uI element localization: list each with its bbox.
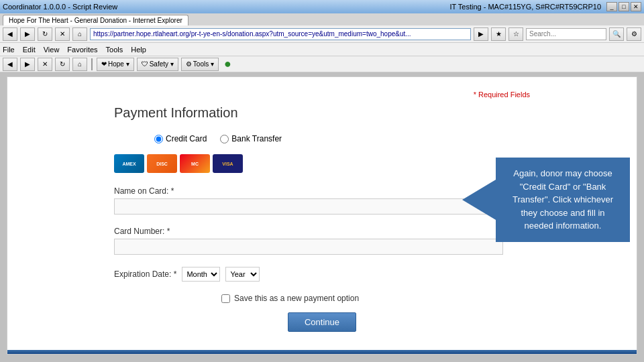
bank-transfer-option[interactable]: Bank Transfer: [220, 134, 282, 143]
tools-button[interactable]: ⚙: [627, 27, 641, 41]
hope-label: Hope ▾: [108, 60, 129, 68]
visa-logo: VISA: [213, 154, 243, 173]
title-bar-subtitle: IT Testing - MAC#115YG, S#RC#RT59CRP10: [302, 3, 601, 11]
toolbar-bar: ◀ ▶ ✕ ↻ ⌂ ❤ Hope ▾ 🛡 Safety ▾ ⚙ Tools ▾ …: [0, 56, 644, 72]
menu-tools[interactable]: Tools: [106, 46, 123, 54]
bottom-status-bar: [7, 350, 637, 354]
name-on-card-input[interactable]: [114, 198, 503, 215]
required-fields-note: * Required Fields: [114, 90, 530, 99]
toolbar-safety[interactable]: 🛡 Safety ▾: [137, 58, 178, 71]
toolbar-hope[interactable]: ❤ Hope ▾: [97, 58, 134, 71]
menu-bar: File Edit View Favorites Tools Help: [0, 43, 644, 56]
hope-icon: ❤: [101, 60, 107, 68]
tools-label: Tools ▾: [193, 60, 214, 68]
form-title: Payment Information: [114, 105, 530, 121]
toolbar-fwd[interactable]: ▶: [20, 58, 35, 71]
search-input[interactable]: [526, 28, 606, 40]
tooltip-text: Again, donor may choose "Credit Card" or…: [513, 168, 613, 231]
toolbar-home[interactable]: ⌂: [72, 58, 87, 71]
close-button[interactable]: ✕: [631, 2, 641, 11]
expiry-label: Expiration Date: *: [114, 269, 176, 279]
stop-button[interactable]: ✕: [55, 27, 70, 41]
maximize-button[interactable]: □: [619, 2, 629, 11]
page-content-area: * Required Fields Payment Information Cr…: [7, 76, 637, 355]
continue-button[interactable]: Continue: [288, 312, 356, 332]
home-button[interactable]: ⌂: [72, 27, 87, 41]
save-payment-label: Save this as a new payment option: [234, 294, 359, 303]
menu-edit[interactable]: Edit: [23, 46, 36, 54]
expiration-group: Expiration Date: * Month 01 02 03 04 05 …: [114, 267, 530, 282]
nav-bar: ◀ ▶ ↻ ✕ ⌂ ▶ ★ ☆ 🔍 ⚙: [0, 25, 644, 43]
active-tab[interactable]: Hope For The Heart - General Donation - …: [3, 15, 189, 25]
credit-card-option[interactable]: Credit Card: [154, 134, 207, 143]
tooltip-callout: Again, donor may choose "Credit Card" or…: [462, 158, 630, 242]
toolbar-back[interactable]: ◀: [3, 58, 17, 71]
toolbar-separator: [91, 58, 93, 70]
payment-methods-group: Credit Card Bank Transfer: [154, 134, 530, 143]
menu-help[interactable]: Help: [131, 46, 146, 54]
address-bar[interactable]: [90, 28, 471, 40]
add-favorites-button[interactable]: ☆: [508, 27, 523, 41]
safety-icon: 🛡: [142, 60, 148, 68]
browser-window: Coordinator 1.0.0.0 - Script Review IT T…: [0, 0, 644, 72]
card-number-input[interactable]: [114, 239, 503, 255]
tooltip-box: Again, donor may choose "Credit Card" or…: [496, 158, 630, 242]
menu-file[interactable]: File: [3, 46, 15, 54]
toolbar-stop[interactable]: ✕: [38, 58, 52, 71]
title-bar: Coordinator 1.0.0.0 - Script Review IT T…: [0, 0, 644, 13]
tools-icon: ⚙: [186, 60, 192, 68]
back-button[interactable]: ◀: [3, 27, 17, 41]
amex-logo: AMEX: [114, 154, 144, 173]
refresh-button[interactable]: ↻: [38, 27, 52, 41]
minimize-button[interactable]: _: [606, 2, 617, 11]
forward-button[interactable]: ▶: [20, 27, 35, 41]
toolbar-refresh[interactable]: ↻: [55, 58, 70, 71]
title-bar-text: Coordinator 1.0.0.0 - Script Review: [3, 3, 302, 11]
tab-label: Hope For The Heart - General Donation - …: [9, 17, 182, 24]
toolbar-tools[interactable]: ⚙ Tools ▾: [181, 58, 219, 71]
expiry-row: Expiration Date: * Month 01 02 03 04 05 …: [114, 267, 530, 282]
search-go-button[interactable]: 🔍: [609, 27, 624, 41]
tab-bar: Hope For The Heart - General Donation - …: [0, 13, 644, 25]
bank-transfer-radio[interactable]: [220, 135, 229, 143]
bank-transfer-label: Bank Transfer: [231, 134, 282, 143]
credit-card-label: Credit Card: [166, 134, 207, 143]
save-payment-checkbox[interactable]: [221, 294, 230, 303]
menu-favorites[interactable]: Favorites: [67, 46, 97, 54]
month-select[interactable]: Month 01 02 03 04 05 06 07 08 09 10 11 1…: [182, 267, 220, 282]
save-payment-option: Save this as a new payment option: [221, 294, 530, 303]
tooltip-arrow: [462, 180, 496, 220]
year-select[interactable]: Year 2024 2025 2026 2027 2028 2029 2030: [225, 267, 260, 282]
go-button[interactable]: ▶: [474, 27, 488, 41]
safety-label: Safety ▾: [150, 60, 174, 68]
title-bar-buttons: _ □ ✕: [606, 2, 641, 11]
favorites-button[interactable]: ★: [491, 27, 506, 41]
mastercard-logo: MC: [180, 154, 210, 173]
toolbar-green-circle: ●: [224, 57, 231, 71]
menu-view[interactable]: View: [44, 46, 60, 54]
credit-card-radio[interactable]: [154, 135, 163, 143]
discover-logo: DISC: [147, 154, 177, 173]
